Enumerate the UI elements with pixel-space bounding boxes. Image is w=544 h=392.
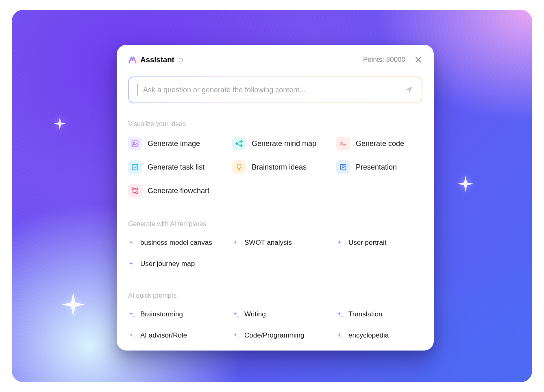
points-display: Points: 80000: [363, 56, 405, 64]
section-visualize: Visualize your ideas Generate image Gene…: [128, 120, 422, 206]
sparkle-icon: [232, 239, 239, 246]
sparkle-icon: [336, 311, 344, 318]
app-title: Assistant: [140, 55, 174, 64]
sparkle-icon: [456, 174, 475, 194]
svg-point-10: [132, 188, 134, 189]
image-icon: [128, 137, 142, 150]
template-label: SWOT analysis: [244, 239, 292, 247]
action-generate-tasklist[interactable]: Generate task list: [128, 159, 232, 176]
sparkle-icon: [59, 290, 87, 319]
panel-header: Assistant Q Points: 80000: [128, 55, 422, 64]
code-icon: [336, 137, 350, 150]
tasklist-icon: [128, 160, 142, 174]
prompt-placeholder: Ask a question or generate the following…: [143, 86, 399, 94]
action-generate-image[interactable]: Generate image: [128, 135, 232, 152]
template-label: User portrait: [348, 239, 387, 247]
section-title: Visualize your ideas: [128, 120, 422, 128]
section-title: Generate with AI templates: [128, 220, 422, 228]
section-templates: Generate with AI templates business mode…: [128, 220, 422, 277]
prompt-item[interactable]: Brainstorming: [128, 307, 232, 322]
prompt-item[interactable]: Translation: [336, 307, 422, 322]
action-label: Generate image: [148, 139, 200, 148]
sparkle-icon: [128, 239, 135, 246]
presentation-icon: [336, 160, 350, 174]
prompt-label: Brainstorming: [140, 310, 183, 318]
action-label: Brainstorm ideas: [252, 163, 307, 172]
action-generate-code[interactable]: Generate code: [336, 135, 422, 152]
sparkle-icon: [128, 332, 135, 339]
prompt-item[interactable]: AI advisor/Role: [128, 328, 232, 343]
action-label: Generate flowchart: [148, 187, 209, 195]
template-label: User journey map: [140, 260, 195, 268]
visualize-grid: Generate image Generate mind map Generat…: [128, 135, 422, 206]
sparkle-icon: [52, 116, 67, 131]
assistant-panel: Assistant Q Points: 80000 Ask a question…: [117, 45, 434, 351]
section-title: AI quick prompts: [128, 292, 422, 299]
sparkle-icon: [336, 239, 344, 246]
sparkle-icon: [232, 311, 239, 318]
prompt-label: Writing: [244, 310, 266, 318]
sparkle-icon: [128, 260, 135, 268]
action-label: Generate mind map: [252, 139, 316, 148]
action-brainstorm[interactable]: Brainstorm ideas: [232, 159, 336, 176]
flowchart-icon: [128, 184, 142, 198]
action-generate-mindmap[interactable]: Generate mind map: [232, 135, 336, 152]
app-logo-icon: [128, 55, 137, 64]
svg-point-6: [241, 145, 242, 146]
action-label: Generate task list: [148, 163, 205, 172]
section-prompts: AI quick prompts Brainstorming Writing: [128, 292, 422, 349]
template-item[interactable]: User portrait: [336, 235, 422, 250]
action-label: Presentation: [356, 163, 397, 172]
svg-rect-11: [136, 188, 138, 189]
prompt-item[interactable]: Writing: [232, 307, 336, 322]
prompt-label: Translation: [348, 310, 382, 318]
sparkle-icon: [128, 311, 135, 318]
prompts-grid: Brainstorming Writing Translation: [128, 307, 422, 349]
send-button[interactable]: [405, 85, 413, 94]
prompt-item[interactable]: Code/Programming: [232, 328, 336, 343]
svg-point-4: [236, 143, 237, 144]
sparkle-icon: [336, 332, 344, 339]
svg-point-5: [241, 141, 242, 142]
svg-rect-8: [132, 164, 137, 170]
action-generate-flowchart[interactable]: Generate flowchart: [128, 182, 232, 199]
template-item[interactable]: SWOT analysis: [232, 235, 336, 250]
sparkle-icon: [232, 332, 239, 339]
text-cursor: [137, 84, 137, 96]
svg-point-3: [133, 142, 135, 144]
prompt-label: AI advisor/Role: [140, 331, 187, 340]
template-label: business model canvas: [140, 239, 212, 247]
svg-rect-12: [136, 192, 138, 194]
template-item[interactable]: User journey map: [128, 256, 232, 272]
bulb-icon: [232, 160, 246, 174]
q-badge: Q: [178, 57, 183, 63]
templates-grid: business model canvas SWOT analysis User…: [128, 235, 422, 277]
prompt-label: encyclopedia: [348, 331, 389, 340]
backdrop: Assistant Q Points: 80000 Ask a question…: [12, 10, 532, 382]
action-presentation[interactable]: Presentation: [336, 159, 422, 176]
prompt-input[interactable]: Ask a question or generate the following…: [129, 77, 422, 102]
prompt-input-wrap: Ask a question or generate the following…: [128, 76, 422, 103]
prompt-item[interactable]: encyclopedia: [336, 328, 422, 343]
mindmap-icon: [232, 137, 246, 150]
action-label: Generate code: [356, 139, 404, 148]
prompt-label: Code/Programming: [244, 331, 304, 340]
close-button[interactable]: [414, 56, 422, 64]
template-item[interactable]: business model canvas: [128, 235, 232, 250]
